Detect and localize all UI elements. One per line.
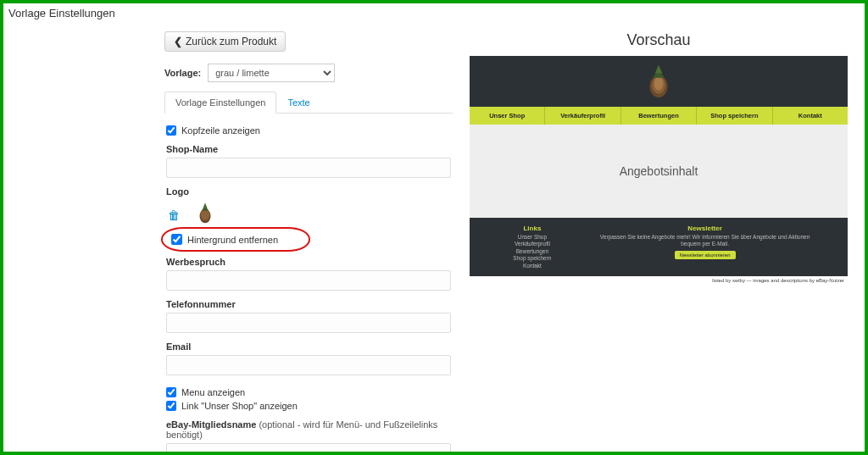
preview-title: Vorschau [470,31,848,49]
tab-settings[interactable]: Vorlage Einstellungen [164,92,276,114]
template-select[interactable]: grau / limette [208,64,335,82]
telefon-input[interactable] [166,313,451,333]
back-button-label: Zurück zum Produkt [186,36,276,47]
werbespruch-input[interactable] [166,270,451,291]
preview-nav-speichern: Shop speichern [697,107,772,125]
logo-preview-image [193,202,217,224]
logo-label: Logo [166,186,451,197]
preview-nav-kontakt: Kontakt [773,107,848,125]
svg-point-1 [201,209,209,220]
preview-nav-unser-shop: Unser Shop [470,107,545,125]
preview-footer-links-hd: Links [478,225,587,232]
menu-anzeigen-checkbox[interactable] [166,387,176,397]
tab-texts[interactable]: Texte [276,92,320,114]
tabs: Vorlage Einstellungen Texte [164,91,453,114]
ebay-mitglied-input[interactable] [166,443,451,455]
preview-pane: Vorschau Unser Shop Verkäuferprofil Bewe… [470,23,856,455]
preview-header [470,56,848,107]
preview-nav-bewertungen: Bewertungen [621,107,697,125]
settings-form: ❮ Zurück zum Produkt Vorlage: grau / lim… [12,23,470,455]
email-label: Email [166,341,451,352]
svg-point-4 [654,77,663,91]
preview-credits: listed by swiby — images and description… [470,276,848,285]
shopname-label: Shop-Name [166,144,451,154]
remove-background-checkbox[interactable] [171,234,182,245]
preview-footer-link-a: Unser Shop [478,234,587,241]
preview-footer-news-txt: Verpassen Sie keine Angebote mehr! Wir i… [597,234,814,248]
ebay-mitglied-label: eBay-Mitgliedsname (optional - wird für … [166,419,451,440]
delete-logo-icon[interactable]: 🗑 [166,207,181,224]
preview-footer-news-hd: Newsletter [597,225,814,232]
email-input[interactable] [166,355,451,375]
chevron-left-icon: ❮ [174,36,182,47]
preview-footer: Links Unser Shop Verkäuferprofil Bewertu… [470,218,848,276]
preview-nav: Unser Shop Verkäuferprofil Bewertungen S… [470,107,848,125]
template-label: Vorlage: [164,68,201,78]
kopfzeile-checkbox[interactable] [166,125,176,136]
preview-footer-link-c: Bewertungen [478,248,587,255]
telefon-label: Telefonnummer [166,299,451,309]
remove-background-highlight: Hintergrund entfernen [166,230,309,248]
template-preview: Unser Shop Verkäuferprofil Bewertungen S… [470,56,848,285]
preview-nav-verkaufer: Verkäuferprofil [545,107,620,125]
preview-logo-icon [643,64,674,98]
remove-background-label: Hintergrund entfernen [187,235,278,245]
back-to-product-button[interactable]: ❮ Zurück zum Produkt [164,31,286,52]
kopfzeile-label: Kopfzeile anzeigen [181,125,260,136]
link-unsershop-label: Link "Unser Shop" anzeigen [181,401,298,411]
menu-anzeigen-label: Menu anzeigen [181,387,245,397]
preview-footer-link-b: Verkäuferprofil [478,241,587,247]
page-title: Vorlage Einstellungen [3,3,865,23]
link-unsershop-checkbox[interactable] [166,401,176,411]
shopname-input[interactable] [166,158,451,178]
preview-footer-link-d: Shop speichern [478,255,587,262]
preview-newsletter-button: Newsletter abonnieren [675,251,736,259]
preview-footer-link-e: Kontakt [478,263,587,269]
werbespruch-label: Werbespruch [166,257,451,267]
preview-body: Angebotsinhalt [470,125,848,218]
